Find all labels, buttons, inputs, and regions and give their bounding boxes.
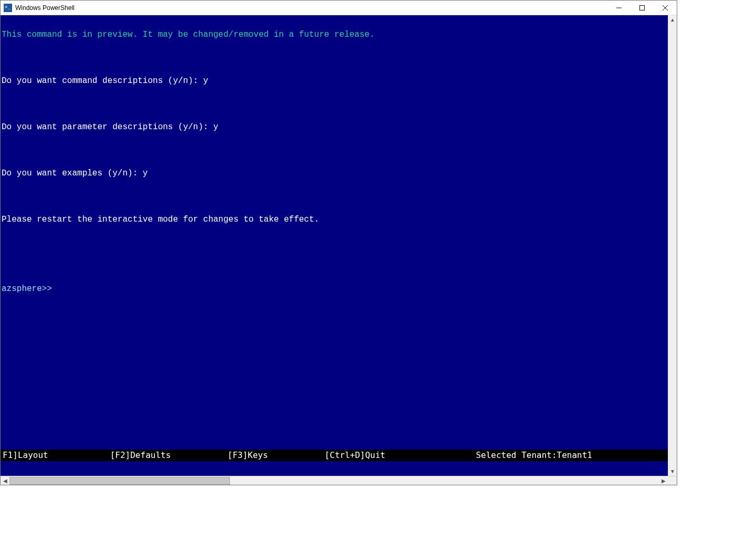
powershell-window: Windows PowerShell This command is in pr… <box>0 0 677 485</box>
maximize-button[interactable] <box>631 1 654 15</box>
f1-layout[interactable]: F1]Layout <box>1 450 50 461</box>
ctrl-d-quit[interactable]: [Ctrl+D]Quit <box>322 450 387 461</box>
svg-rect-1 <box>640 5 645 10</box>
scroll-down-icon[interactable]: ▼ <box>668 467 677 476</box>
prompt-q2: Do you want parameter descriptions (y/n)… <box>2 121 667 133</box>
scroll-track[interactable] <box>668 24 677 467</box>
close-button[interactable] <box>654 1 677 15</box>
bottom-statusbar: F1]Layout [F2]Defaults [F3]Keys [Ctrl+D]… <box>1 450 668 461</box>
prompt-q3: Do you want examples (y/n): y <box>2 168 667 179</box>
minimize-button[interactable] <box>607 1 631 15</box>
client-area: This command is in preview. It may be ch… <box>1 15 677 485</box>
scroll-thumb[interactable] <box>9 477 230 485</box>
scroll-up-icon[interactable]: ▲ <box>668 15 677 24</box>
scrollbar-corner <box>668 476 677 485</box>
titlebar[interactable]: Windows PowerShell <box>1 1 677 15</box>
selected-tenant: Selected Tenant:Tenant1 <box>474 450 594 461</box>
vertical-scrollbar[interactable]: ▲ ▼ <box>668 15 677 476</box>
horizontal-scrollbar[interactable]: ◀ ▶ <box>1 476 677 485</box>
restart-msg: Please restart the interactive mode for … <box>2 214 667 225</box>
scroll-track[interactable] <box>9 476 659 485</box>
preview-warning: This command is in preview. It may be ch… <box>2 29 667 40</box>
powershell-icon <box>4 4 12 12</box>
azsphere-prompt[interactable]: azsphere>> <box>2 283 667 295</box>
scroll-right-icon[interactable]: ▶ <box>659 476 668 485</box>
terminal[interactable]: This command is in preview. It may be ch… <box>1 15 668 476</box>
f3-keys[interactable]: [F3]Keys <box>225 450 270 461</box>
f2-defaults[interactable]: [F2]Defaults <box>108 450 173 461</box>
scroll-left-icon[interactable]: ◀ <box>1 476 9 485</box>
prompt-q1: Do you want command descriptions (y/n): … <box>2 75 667 87</box>
window-title: Windows PowerShell <box>15 4 607 12</box>
